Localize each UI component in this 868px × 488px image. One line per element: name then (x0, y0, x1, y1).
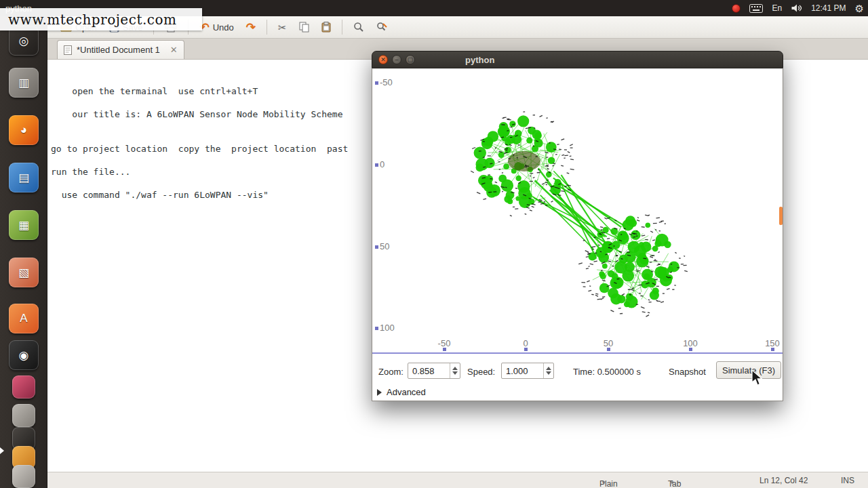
replace-button[interactable] (372, 20, 392, 35)
search-replace-icon (376, 22, 387, 33)
maximize-button[interactable]: ▢ (406, 55, 415, 64)
launcher-item-firefox[interactable]: ◕ (9, 115, 39, 145)
y-axis-tick-mark (375, 81, 378, 85)
launcher-active-arrow-icon (0, 447, 4, 454)
search-icon (353, 22, 364, 33)
tab-untitled-document[interactable]: *Untitled Document 1 ✕ (57, 40, 184, 59)
y-axis-tick-label: 100 (380, 323, 395, 333)
redo-icon: ↷ (246, 22, 256, 33)
x-axis-tick-mark (607, 348, 610, 351)
snapshot-button[interactable]: Snapshot (669, 367, 706, 377)
input-language-indicator[interactable]: En (772, 3, 782, 13)
chevron-down-icon: ▾ (671, 479, 674, 486)
spinner-arrows[interactable] (543, 363, 553, 378)
paste-button[interactable] (317, 20, 336, 35)
desktop: Open Save ↶ Undo ↷ ✂ (0, 0, 868, 488)
minimize-button[interactable]: – (392, 55, 401, 64)
editor-text: open the termainal use cntrl+alt+T our t… (51, 62, 348, 201)
copy-icon (299, 22, 309, 33)
volume-icon[interactable] (791, 3, 802, 13)
cursor-position: Ln 12, Col 42 (760, 476, 808, 485)
toolbar-separator (342, 20, 342, 35)
x-axis-tick-label: 50 (598, 338, 618, 348)
y-axis-tick-label: -50 (380, 77, 393, 87)
pyviz-window: ✕ – ▢ python -50050100-50050100150 Zoom:… (372, 51, 783, 401)
scissors-icon: ✂ (278, 22, 287, 33)
simulate-button[interactable]: Simulate (F3) (716, 361, 781, 379)
x-axis-tick-label: 150 (762, 338, 783, 348)
y-axis-tick-label: 50 (380, 241, 389, 251)
paste-icon (321, 22, 331, 33)
plot-area[interactable]: -50050100-50050100150 (372, 68, 783, 352)
launcher-item-archive-gray[interactable] (12, 404, 35, 427)
launcher: ◎▥◕▤▦▧A◉ (0, 16, 47, 488)
zoom-value: 0.858 (408, 366, 450, 376)
speed-label: Speed: (467, 367, 495, 377)
watermark-text: www.mtechproject.com (0, 12, 177, 28)
y-axis-tick-mark (375, 163, 378, 167)
mouse-cursor-icon (751, 369, 764, 387)
network-svg (372, 68, 783, 352)
x-axis-tick-label: -50 (434, 338, 454, 348)
spin-up-icon[interactable] (546, 367, 551, 370)
undo-label: Undo (213, 22, 234, 33)
spin-up-icon[interactable] (452, 367, 458, 370)
time-display: Time: 0.500000 s (573, 367, 641, 377)
x-axis-tick-label: 0 (515, 338, 536, 348)
y-axis-tick-mark (375, 327, 378, 330)
advanced-expander[interactable]: Advanced (377, 387, 426, 397)
chevron-down-icon: ▾ (602, 479, 606, 486)
spin-down-icon[interactable] (546, 371, 551, 375)
zoom-label: Zoom: (378, 367, 403, 377)
speed-value: 1.000 (502, 366, 543, 376)
insert-mode-indicator: INS (841, 476, 854, 485)
launcher-item-app-globe[interactable]: ◉ (9, 340, 39, 370)
spinner-arrows[interactable] (450, 363, 460, 378)
keyboard-icon[interactable] (749, 4, 763, 13)
launcher-item-libreoffice-impress[interactable]: ▧ (9, 258, 39, 287)
plot-bottom-rule (372, 352, 783, 354)
toolbar-separator (267, 20, 267, 35)
x-axis-tick-mark (443, 348, 446, 351)
launcher-item-files[interactable]: ▥ (9, 68, 39, 98)
copy-button[interactable] (294, 20, 314, 35)
cut-button[interactable]: ✂ (273, 20, 292, 35)
launcher-item-libreoffice-writer[interactable]: ▤ (9, 163, 39, 192)
system-tray: En 12:41 PM ⚙ (732, 0, 864, 16)
window-title: python (465, 55, 494, 65)
pyviz-title-bar[interactable]: ✕ – ▢ python (372, 51, 783, 68)
x-axis-tick-mark (689, 348, 692, 351)
tab-close-icon[interactable]: ✕ (170, 45, 178, 55)
advanced-label: Advanced (387, 387, 426, 397)
clock[interactable]: 12:41 PM (811, 3, 846, 13)
zoom-spinbox[interactable]: 0.858 (408, 363, 460, 379)
spin-down-icon[interactable] (452, 371, 458, 375)
scroll-indicator[interactable] (779, 207, 783, 225)
pyviz-content: -50050100-50050100150 Zoom: 0.858 Speed:… (372, 68, 783, 401)
watermark-overlay: www.mtechproject.com (0, 8, 202, 30)
speed-spinbox[interactable]: 1.000 (501, 363, 554, 379)
record-indicator-icon[interactable] (732, 4, 741, 13)
launcher-item-trash[interactable] (12, 465, 35, 488)
document-icon (64, 45, 72, 55)
close-button[interactable]: ✕ (378, 55, 388, 64)
x-axis-tick-label: 100 (680, 338, 701, 348)
redo-button[interactable]: ↷ (241, 20, 260, 35)
x-axis-tick-mark (524, 348, 528, 351)
expander-triangle-icon (377, 389, 382, 396)
y-axis-tick-label: 0 (380, 159, 384, 169)
launcher-item-app-media[interactable] (12, 375, 35, 399)
launcher-item-ubuntu-software[interactable]: A (9, 304, 39, 333)
launcher-item-libreoffice-calc[interactable]: ▦ (9, 210, 39, 240)
x-axis-tick-mark (771, 348, 774, 351)
gedit-status-bar: Plain Text▾ Tab Width: 8▾ Ln 12, Col 42 … (47, 472, 868, 488)
y-axis-tick-mark (375, 245, 378, 249)
tab-title: *Untitled Document 1 (77, 45, 160, 55)
gear-icon[interactable]: ⚙ (855, 3, 864, 14)
find-button[interactable] (349, 20, 369, 35)
